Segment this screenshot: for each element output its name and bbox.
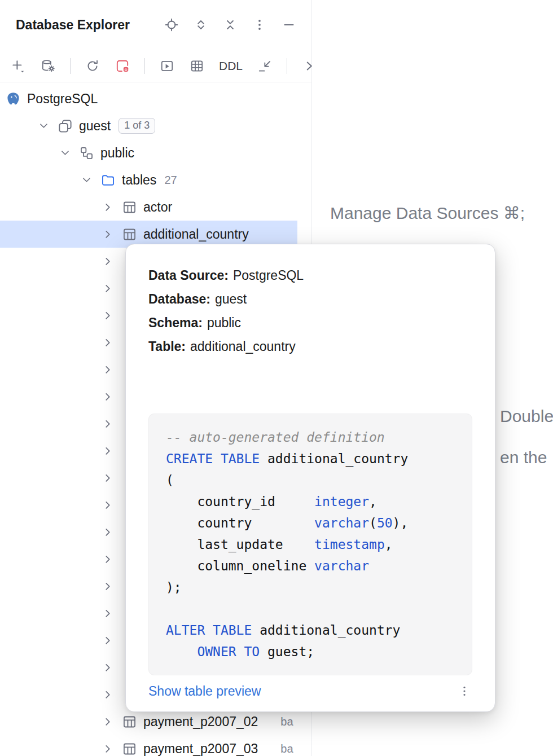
tree-label: public: [100, 146, 134, 161]
tooltip-field: Database:guest: [148, 287, 472, 311]
more-options-icon[interactable]: [252, 17, 267, 33]
locate-icon[interactable]: [164, 17, 179, 33]
field-value: additional_country: [190, 339, 296, 354]
chevron-right-icon[interactable]: [100, 389, 115, 404]
disconnect-icon[interactable]: [115, 58, 130, 74]
panel-title: Database Explorer: [16, 17, 130, 33]
code-line: [166, 598, 463, 619]
database-icon: [58, 118, 73, 134]
chevron-right-icon[interactable]: [100, 335, 115, 350]
tree-suffix: ba: [280, 742, 293, 755]
open-data-icon[interactable]: [189, 58, 205, 74]
code-line: OWNER TO guest;: [166, 641, 463, 662]
tree-row-guest[interactable]: guest1 of 3: [0, 112, 312, 139]
new-item-icon[interactable]: [10, 58, 26, 74]
jump-to-editor-icon[interactable]: [257, 58, 273, 74]
tree-row-public[interactable]: public: [0, 139, 312, 166]
postgresql-icon: [6, 91, 21, 107]
chevron-right-icon[interactable]: [100, 254, 115, 269]
tree-label: PostgreSQL: [27, 91, 98, 107]
toolbar-separator: [70, 58, 71, 74]
tree-row-payment_p2007_03[interactable]: payment_p2007_03ba: [0, 735, 312, 756]
chevron-right-icon[interactable]: [100, 416, 115, 431]
chevron-right-icon[interactable]: [100, 552, 115, 566]
field-label: Schema:: [148, 315, 203, 330]
table-icon: [122, 227, 137, 242]
chevron-right-icon[interactable]: [100, 200, 115, 214]
field-value: guest: [215, 292, 247, 306]
chevron-right-icon[interactable]: [100, 281, 115, 296]
tooltip-field: Data Source:PostgreSQL: [148, 263, 472, 287]
code-line: );: [166, 577, 463, 598]
chevron-right-icon[interactable]: [100, 741, 115, 756]
field-value: PostgreSQL: [233, 268, 304, 283]
field-label: Database:: [148, 292, 210, 306]
tree-label: payment_p2007_02: [143, 714, 258, 729]
field-value: public: [207, 315, 241, 330]
tree-row-PostgreSQL[interactable]: PostgreSQL: [0, 85, 312, 112]
chevron-right-icon[interactable]: [100, 579, 115, 594]
chevron-right-icon[interactable]: [100, 443, 115, 458]
show-table-preview-link[interactable]: Show table preview: [148, 684, 261, 699]
panel-header-icons: [164, 17, 297, 33]
tree-label: tables: [122, 173, 156, 188]
background-text-fragment-1: Double: [500, 407, 553, 426]
code-line: last_update timestamp,: [166, 534, 463, 555]
app-root: Manage Data Sources ⌘; Double en the Dat…: [0, 0, 553, 756]
chevron-right-icon[interactable]: [100, 525, 115, 539]
hide-panel-icon[interactable]: [281, 17, 297, 33]
chevron-right-icon[interactable]: [100, 498, 115, 512]
table-icon: [122, 200, 137, 215]
refresh-icon[interactable]: [85, 58, 100, 74]
folder-icon: [100, 173, 116, 188]
toolbar-separator: [144, 58, 145, 74]
chevron-right-icon[interactable]: [100, 606, 115, 621]
chevron-right-icon[interactable]: [100, 714, 115, 729]
chevron-right-icon[interactable]: [100, 633, 115, 648]
field-label: Table:: [148, 339, 186, 354]
ddl-code: -- auto-generated definitionCREATE TABLE…: [148, 414, 472, 675]
panel-header: Database Explorer: [0, 0, 311, 50]
ddl-button[interactable]: DDL: [219, 59, 243, 73]
chevron-right-icon[interactable]: [100, 362, 115, 377]
code-line: ALTER TABLE additional_country: [166, 619, 463, 641]
data-source-properties-icon[interactable]: [40, 58, 56, 74]
code-line: (: [166, 469, 463, 491]
chevron-down-icon[interactable]: [58, 146, 72, 160]
tree-count: 27: [164, 174, 177, 187]
table-tooltip: Data Source:PostgreSQL Database:guest Sc…: [125, 244, 495, 712]
manage-data-sources-hint: Manage Data Sources ⌘;: [330, 203, 525, 223]
table-icon: [122, 741, 137, 756]
code-line: -- auto-generated definition: [166, 427, 463, 448]
chevron-down-icon[interactable]: [79, 173, 94, 187]
tooltip-more-icon[interactable]: [457, 683, 472, 699]
chevron-down-icon[interactable]: [36, 118, 51, 133]
tooltip-field: Table:additional_country: [148, 335, 472, 358]
chevron-right-icon[interactable]: [100, 660, 115, 675]
tree-label: payment_p2007_03: [143, 741, 258, 756]
chevron-right-icon[interactable]: [100, 687, 115, 702]
table-icon: [122, 714, 137, 729]
manage-data-sources-text: Manage Data Sources: [330, 204, 499, 222]
tree-badge: 1 of 3: [118, 118, 155, 134]
chevron-right-icon[interactable]: [100, 471, 115, 485]
tree-row-payment_p2007_02[interactable]: payment_p2007_02ba: [0, 708, 312, 735]
more-toolbar-icon[interactable]: [301, 58, 317, 74]
toolbar-separator: [287, 58, 287, 74]
collapse-all-icon[interactable]: [222, 17, 238, 33]
tree-row-tables[interactable]: tables27: [0, 166, 312, 194]
code-line: country_id integer,: [166, 491, 463, 512]
code-line: country varchar(50),: [166, 512, 463, 534]
query-console-icon[interactable]: [159, 58, 175, 74]
manage-data-sources-shortcut: ⌘;: [503, 204, 525, 222]
chevron-right-icon[interactable]: [100, 227, 115, 241]
chevron-right-icon[interactable]: [100, 308, 115, 323]
tooltip-field: Schema:public: [148, 311, 472, 335]
tree-suffix: ba: [280, 715, 293, 728]
code-line: CREATE TABLE additional_country: [166, 448, 463, 469]
expand-all-icon[interactable]: [193, 17, 209, 33]
tree-label: actor: [143, 200, 172, 215]
schema-icon: [79, 146, 94, 161]
background-text-fragment-2: en the: [500, 448, 547, 467]
tree-row-actor[interactable]: actor: [0, 194, 312, 221]
